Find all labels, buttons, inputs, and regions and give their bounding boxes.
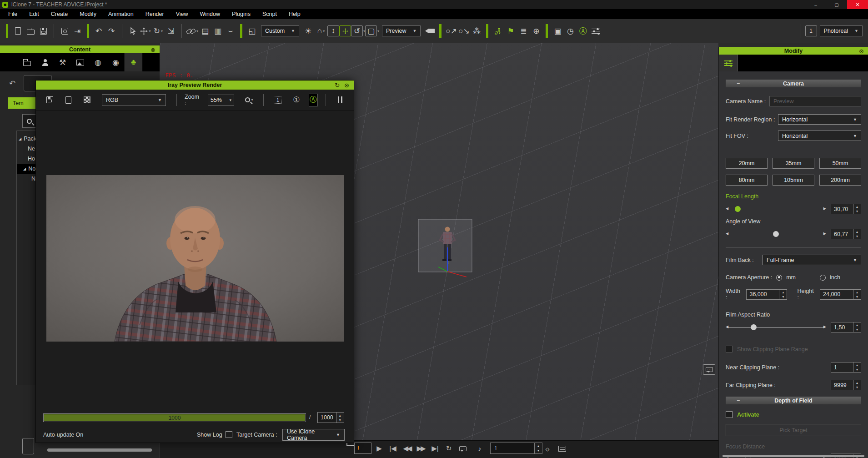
modify-panel-header[interactable]: Modify ⊗ [719, 47, 868, 55]
tab-plants-active[interactable]: ♣ [125, 53, 142, 71]
pack-project-icon[interactable] [58, 24, 71, 38]
chevron-down-icon[interactable]: ▾ [149, 29, 151, 33]
link-tool-icon[interactable]: ▾ [186, 24, 199, 38]
tab-props[interactable]: ◍ [89, 53, 107, 71]
timeline-panel-button[interactable] [556, 442, 568, 455]
target-camera-dropdown[interactable]: Use iClone Camera▼ [282, 429, 345, 441]
flag-icon[interactable]: ⚑ [504, 24, 517, 38]
angle-of-view-spinner[interactable]: 60,77 ▲▼ [831, 229, 861, 239]
close-icon[interactable]: ⊗ [344, 82, 349, 89]
motion-key-icon[interactable]: ○↘ [457, 24, 470, 38]
menu-animation[interactable]: Animation [102, 11, 140, 17]
show-log-checkbox[interactable] [226, 431, 232, 438]
horizontal-scrollbar[interactable] [47, 448, 152, 452]
go-to-start-button[interactable]: |◀ [386, 442, 399, 455]
film-back-dropdown[interactable]: Full-Frame▼ [763, 255, 861, 265]
max-iterations-value[interactable]: 1000 [317, 412, 336, 423]
fit-fov-dropdown[interactable]: Horizontal▼ [778, 131, 861, 141]
menu-help[interactable]: Help [283, 11, 306, 17]
ambient-light-icon[interactable]: ☀ [302, 24, 315, 38]
focal-20mm-button[interactable]: 20mm [726, 158, 768, 169]
render-timer-icon[interactable]: ◷ [564, 24, 577, 38]
collapse-icon[interactable]: − [737, 81, 740, 87]
focal-105mm-button[interactable]: 105mm [773, 175, 814, 186]
slider-knob[interactable] [751, 324, 757, 330]
current-frame-input[interactable]: 1 [490, 443, 535, 454]
brightness-button[interactable]: ☼ [541, 442, 554, 455]
content-panel-header[interactable]: Content ⊗ [0, 45, 160, 53]
menu-view[interactable]: View [170, 11, 194, 17]
rotate-view-cube-icon[interactable]: ▢ [365, 25, 377, 36]
home-view-icon[interactable]: ⌂▾ [315, 24, 327, 38]
music-note-button[interactable]: ♪ [473, 442, 486, 455]
tab-projects[interactable] [18, 53, 36, 71]
new-project-icon[interactable] [11, 24, 24, 38]
prop-cluster-icon[interactable]: ⁂ [470, 24, 483, 38]
menu-edit[interactable]: Edit [23, 11, 45, 17]
menu-file[interactable]: File [2, 11, 23, 17]
close-icon[interactable]: ⊗ [859, 47, 864, 54]
spin-down-icon[interactable]: ▼ [339, 418, 341, 422]
zoom-level-dropdown[interactable]: 55%▾ [208, 95, 234, 106]
open-project-icon[interactable] [24, 24, 37, 38]
alpha-channel-icon[interactable] [80, 93, 93, 107]
expander-icon[interactable]: ◢ [19, 137, 21, 141]
menu-script[interactable]: Script [256, 11, 283, 17]
focal-50mm-button[interactable]: 50mm [819, 158, 861, 169]
move-tool-icon[interactable]: ▾ [139, 24, 152, 38]
tab-animation[interactable]: ⚒ [54, 53, 71, 71]
align-actor-icon[interactable]: ▤ [199, 24, 211, 38]
magnifier-icon[interactable]: ▾ [243, 93, 256, 107]
save-project-icon[interactable] [37, 24, 50, 38]
near-clipping-spinner[interactable]: 1 ▲▼ [831, 362, 861, 372]
camera-view-dropdown[interactable]: Custom▼ [261, 25, 299, 36]
focal-length-slider[interactable] [726, 206, 826, 212]
order-list-icon[interactable]: ≣ [517, 24, 530, 38]
link-target-icon[interactable]: ⊕ [530, 24, 542, 38]
tab-modify-settings-active[interactable] [719, 55, 738, 71]
focal-length-spinner[interactable]: 30,70 ▲▼ [831, 204, 861, 214]
close-button[interactable]: ✕ [847, 0, 868, 9]
fit-one-to-one-icon[interactable]: 1 [271, 93, 284, 107]
back-arrow-icon[interactable]: ↶ [9, 79, 15, 88]
refresh-icon[interactable]: ↻ [335, 82, 340, 89]
render-box-icon[interactable]: ▣ [551, 24, 564, 38]
focal-80mm-button[interactable]: 80mm [726, 175, 768, 186]
focal-200mm-button[interactable]: 200mm [819, 175, 861, 186]
menu-window[interactable]: Window [194, 11, 226, 17]
maximize-button[interactable]: ▢ [826, 0, 847, 9]
camcorder-icon[interactable] [423, 24, 436, 38]
scale-tool-icon[interactable]: ⇲ [165, 24, 177, 38]
hide-object-icon[interactable]: ⌣ [224, 24, 237, 38]
far-clipping-spinner[interactable]: 9999 ▲▼ [831, 380, 861, 390]
dialog-button[interactable]: … [457, 442, 469, 455]
iteration-timer-icon[interactable]: ① [290, 93, 303, 107]
depth-of-field-section-header[interactable]: − Depth of Field [726, 397, 861, 404]
go-to-end-button[interactable]: ▶| [429, 442, 442, 455]
align-object-icon[interactable]: ▥ [211, 24, 224, 38]
camera-section-header[interactable]: − Camera [726, 80, 861, 87]
export-icon[interactable]: ⇥ [71, 24, 84, 38]
chevron-down-icon[interactable]: ▾ [196, 29, 198, 33]
film-aspect-slider[interactable] [726, 324, 826, 331]
height-spinner[interactable]: 24,000 ▲▼ [820, 289, 861, 300]
aperture-mm-radio[interactable] [776, 275, 782, 281]
tab-images[interactable] [71, 53, 89, 71]
iray-window-titlebar[interactable]: Iray Preview Render ↻ ⊗ [36, 81, 354, 90]
loop-button[interactable]: ↻ [442, 442, 455, 455]
slider-knob[interactable] [773, 231, 779, 237]
render-quality-dropdown[interactable]: Photoreal▼ [820, 25, 863, 36]
play-button[interactable]: ▶ [373, 442, 386, 455]
chevron-down-icon[interactable]: ▾ [377, 29, 379, 33]
minimize-button[interactable]: – [805, 0, 826, 9]
reach-target-icon[interactable] [492, 24, 504, 38]
fit-render-region-dropdown[interactable]: Horizontal▼ [778, 114, 861, 125]
pick-target-button[interactable]: Pick Target [726, 424, 861, 436]
focal-35mm-button[interactable]: 35mm [773, 158, 814, 169]
rewind-button[interactable]: ◀◀ [401, 442, 413, 455]
rotate-tool-icon[interactable]: ↻▾ [152, 24, 165, 38]
slider-knob[interactable] [735, 206, 741, 212]
expander-icon[interactable]: ◢ [23, 167, 26, 171]
fit-to-view-icon[interactable] [339, 25, 351, 36]
max-iterations-spinner[interactable]: 1000 ▲▼ [317, 412, 344, 423]
